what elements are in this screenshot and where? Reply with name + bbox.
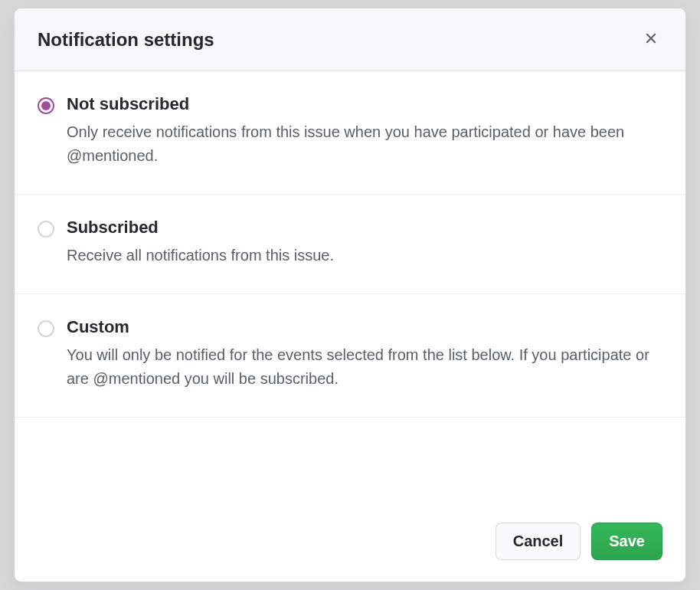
modal-footer: Cancel Save <box>15 504 685 582</box>
radio-icon <box>38 221 54 238</box>
option-title: Not subscribed <box>67 94 662 114</box>
modal-header: Notification settings <box>15 8 685 71</box>
radio-icon <box>38 97 54 114</box>
save-button[interactable]: Save <box>591 523 662 560</box>
notification-settings-modal: Notification settings Not subscribed Onl… <box>14 8 686 582</box>
option-description: Only receive notifications from this iss… <box>67 120 662 168</box>
radio-icon <box>38 320 54 337</box>
close-icon <box>643 30 659 49</box>
close-button[interactable] <box>639 27 662 52</box>
cancel-button[interactable]: Cancel <box>496 523 581 560</box>
modal-title: Notification settings <box>38 29 214 51</box>
option-description: Receive all notifications from this issu… <box>67 244 662 267</box>
option-title: Subscribed <box>67 218 662 238</box>
option-description: You will only be notified for the events… <box>67 343 662 391</box>
option-title: Custom <box>67 317 662 337</box>
option-not-subscribed[interactable]: Not subscribed Only receive notification… <box>15 71 685 195</box>
option-subscribed[interactable]: Subscribed Receive all notifications fro… <box>15 195 685 294</box>
option-custom[interactable]: Custom You will only be notified for the… <box>15 294 685 418</box>
options-list: Not subscribed Only receive notification… <box>15 71 685 504</box>
